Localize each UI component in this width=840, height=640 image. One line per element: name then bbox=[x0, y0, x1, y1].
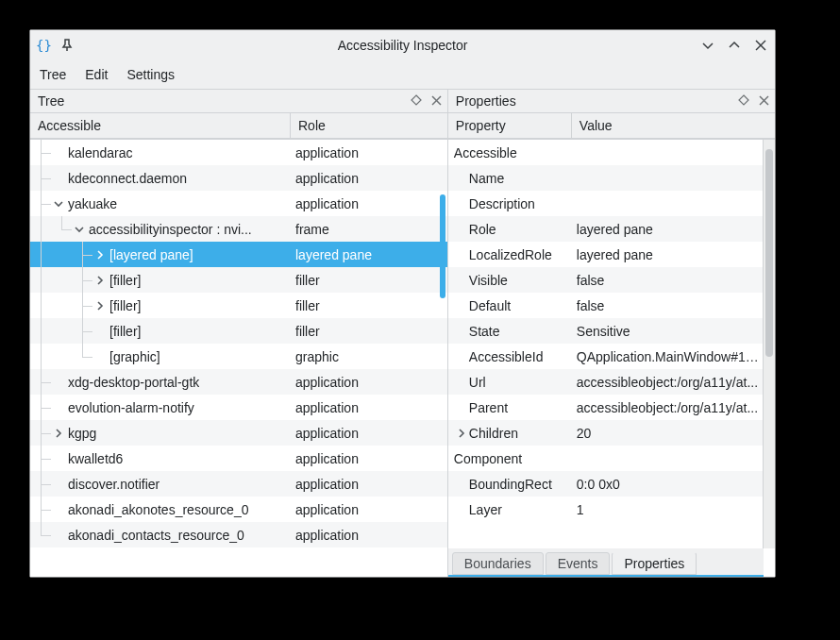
property-name: Accessible bbox=[448, 145, 571, 160]
panel-close-icon[interactable] bbox=[759, 93, 769, 109]
properties-columns-header: Property Value bbox=[448, 112, 775, 139]
tree-row[interactable]: [filler]filler bbox=[30, 318, 447, 344]
main-content: Tree bbox=[30, 90, 775, 577]
tree-item-role: application bbox=[290, 477, 447, 492]
tree-item-label: [filler] bbox=[108, 298, 141, 313]
tree-item-label: kalendarac bbox=[66, 145, 133, 160]
properties-col-property[interactable]: Property bbox=[448, 113, 571, 138]
chevron-right-icon[interactable] bbox=[92, 300, 108, 312]
property-value: layered pane bbox=[571, 247, 764, 262]
tree-row[interactable]: xdg-desktop-portal-gtkapplication bbox=[30, 369, 447, 395]
properties-section[interactable]: Component bbox=[448, 446, 764, 471]
tab-events[interactable]: Events bbox=[546, 552, 611, 575]
properties-panel: Properties bbox=[448, 90, 775, 577]
menu-settings[interactable]: Settings bbox=[126, 67, 175, 82]
titlebar: {} Accessibility Inspector bbox=[30, 30, 775, 60]
properties-row[interactable]: Layer1 bbox=[448, 497, 764, 522]
properties-panel-label: Properties bbox=[456, 93, 516, 109]
app-window: {} Accessibility Inspector bbox=[29, 29, 776, 578]
tree-row[interactable]: discover.notifierapplication bbox=[30, 471, 447, 497]
tree-row[interactable]: evolution-alarm-notifyapplication bbox=[30, 395, 447, 420]
properties-row[interactable]: LocalizedRolelayered pane bbox=[448, 242, 764, 267]
property-value: 0:0 0x0 bbox=[571, 477, 764, 492]
property-name: AccessibleId bbox=[448, 349, 571, 364]
tree-col-accessible[interactable]: Accessible bbox=[30, 113, 290, 138]
property-name: Description bbox=[448, 196, 571, 211]
menu-edit[interactable]: Edit bbox=[85, 67, 108, 82]
tree-item-label: kwalletd6 bbox=[66, 451, 123, 466]
properties-row[interactable]: Children20 bbox=[448, 420, 764, 446]
tree-item-label: discover.notifier bbox=[66, 477, 160, 492]
svg-marker-7 bbox=[739, 95, 748, 105]
properties-row[interactable]: Name bbox=[448, 165, 764, 191]
tree-item-label: yakuake bbox=[66, 196, 117, 211]
panel-detach-icon[interactable] bbox=[738, 93, 749, 109]
tree-col-role[interactable]: Role bbox=[290, 113, 447, 138]
property-value: 20 bbox=[571, 426, 764, 441]
tree-panel-label: Tree bbox=[38, 93, 64, 109]
properties-row[interactable]: AccessibleIdQApplication.MainWindow#1...… bbox=[448, 344, 764, 369]
properties-row[interactable]: Description bbox=[448, 191, 764, 216]
property-name: Parent bbox=[448, 400, 571, 415]
tree-item-role: application bbox=[290, 375, 447, 390]
property-value: false bbox=[571, 273, 764, 288]
panel-detach-icon[interactable] bbox=[411, 93, 422, 109]
tree-row[interactable]: [filler]filler bbox=[30, 293, 447, 318]
properties-tabs: BoundariesEventsProperties bbox=[448, 548, 764, 577]
properties-view[interactable]: AccessibleNameDescriptionRolelayered pan… bbox=[448, 140, 764, 577]
chevron-right-icon[interactable] bbox=[51, 428, 66, 439]
properties-row[interactable]: Parentaccessibleobject:/org/a11y/at... bbox=[448, 395, 764, 420]
chevron-down-icon[interactable] bbox=[72, 224, 87, 235]
pin-icon[interactable] bbox=[59, 37, 76, 54]
chevron-right-icon[interactable] bbox=[454, 428, 469, 439]
close-button[interactable] bbox=[752, 37, 769, 54]
panel-close-icon[interactable] bbox=[431, 93, 442, 109]
tree-item-label: accessibilityinspector : nvi... bbox=[87, 222, 252, 237]
minimize-button[interactable] bbox=[699, 37, 716, 54]
tree-item-label: akonadi_contacts_resource_0 bbox=[66, 528, 244, 543]
tree-row[interactable]: akonadi_akonotes_resource_0application bbox=[30, 497, 447, 522]
tree-row[interactable]: kwalletd6application bbox=[30, 446, 447, 471]
tree-item-role: layered pane bbox=[290, 247, 447, 262]
tree-row[interactable]: [filler]filler bbox=[30, 267, 447, 293]
tree-item-role: application bbox=[290, 196, 447, 211]
tree-panel-title: Tree bbox=[30, 90, 447, 112]
tree-row[interactable]: akonadi_contacts_resource_0application bbox=[30, 522, 447, 547]
tab-underline bbox=[613, 575, 697, 577]
properties-scrollbar-thumb[interactable] bbox=[765, 149, 773, 357]
tree-item-label: akonadi_akonotes_resource_0 bbox=[66, 502, 248, 517]
menu-tree[interactable]: Tree bbox=[40, 67, 66, 82]
properties-section[interactable]: Accessible bbox=[448, 140, 764, 165]
properties-col-value[interactable]: Value bbox=[571, 113, 775, 138]
properties-row[interactable]: Rolelayered pane bbox=[448, 216, 764, 242]
maximize-button[interactable] bbox=[726, 37, 743, 54]
tree-row[interactable]: kdeconnect.daemonapplication bbox=[30, 165, 447, 191]
chevron-right-icon[interactable] bbox=[92, 275, 108, 286]
tree-row[interactable]: accessibilityinspector : nvi...frame bbox=[30, 216, 447, 242]
tree-item-role: filler bbox=[290, 298, 447, 313]
properties-row[interactable]: Visiblefalse bbox=[448, 267, 764, 293]
tree-row[interactable]: [graphic]graphic bbox=[30, 344, 447, 369]
tab-boundaries[interactable]: Boundaries bbox=[452, 552, 544, 575]
chevron-down-icon[interactable] bbox=[51, 198, 66, 210]
tree-scrollbar-thumb[interactable] bbox=[440, 194, 445, 298]
tab-properties[interactable]: Properties bbox=[612, 552, 697, 575]
property-name: Layer bbox=[448, 502, 571, 517]
property-value: layered pane bbox=[571, 222, 764, 237]
properties-row[interactable]: Urlaccessibleobject:/org/a11y/at... bbox=[448, 369, 764, 395]
property-name: Children bbox=[448, 426, 571, 441]
app-icon: {} bbox=[36, 37, 53, 54]
properties-row[interactable]: BoundingRect0:0 0x0 bbox=[448, 471, 764, 497]
tree-row[interactable]: [layered pane]layered pane bbox=[30, 242, 447, 267]
tree-view[interactable]: kalendaracapplicationkdeconnect.daemonap… bbox=[30, 140, 447, 577]
tree-row[interactable]: kalendaracapplication bbox=[30, 140, 447, 165]
tree-item-role: application bbox=[290, 502, 447, 517]
tree-item-label: [filler] bbox=[108, 273, 141, 288]
chevron-right-icon[interactable] bbox=[92, 249, 108, 261]
properties-row[interactable]: Defaultfalse bbox=[448, 293, 764, 318]
properties-scrollbar-track[interactable] bbox=[763, 140, 775, 548]
tree-row[interactable]: yakuakeapplication bbox=[30, 191, 447, 216]
tree-row[interactable]: kgpgapplication bbox=[30, 420, 447, 446]
properties-row[interactable]: StateSensitive bbox=[448, 318, 764, 344]
tree-item-role: application bbox=[290, 400, 447, 415]
